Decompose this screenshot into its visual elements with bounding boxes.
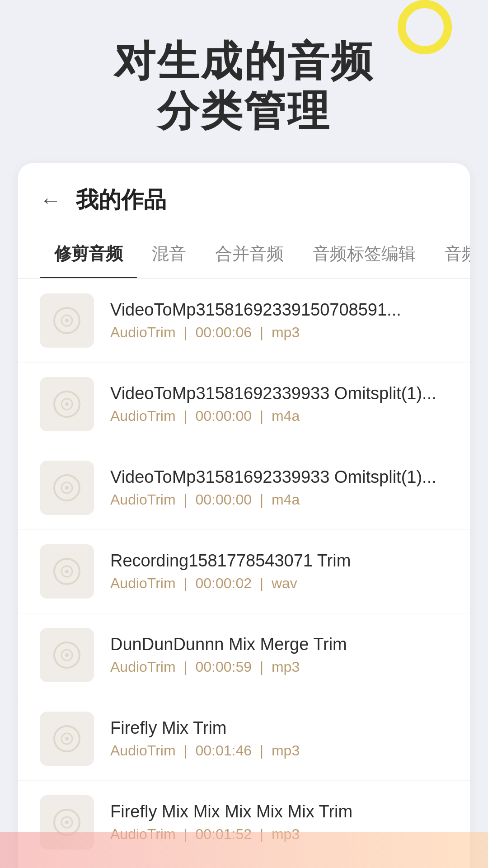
list-item[interactable]: DunDunDunnn Mix Merge Trim AudioTrim | 0… bbox=[18, 613, 470, 697]
item-meta-3: AudioTrim | 00:00:02 | wav bbox=[110, 575, 448, 592]
tab-mix[interactable]: 混音 bbox=[137, 230, 201, 278]
list-item[interactable]: VideoToMp31581692339933 Omitsplit(1)... … bbox=[18, 363, 470, 446]
card-header: ← 我的作品 bbox=[18, 163, 470, 230]
thumbnail-2 bbox=[40, 461, 94, 515]
music-icon bbox=[52, 557, 81, 586]
item-info-3: Recording1581778543071 Trim AudioTrim | … bbox=[110, 551, 448, 592]
headline-line1: 对生成的音频 bbox=[27, 36, 461, 86]
svg-point-17 bbox=[65, 737, 69, 741]
bottom-decoration bbox=[0, 832, 488, 868]
thumbnail-0 bbox=[40, 293, 94, 348]
svg-point-14 bbox=[65, 653, 69, 657]
svg-point-5 bbox=[65, 402, 69, 406]
music-icon bbox=[52, 473, 81, 502]
music-icon bbox=[52, 724, 81, 753]
item-title-3: Recording1581778543071 Trim bbox=[110, 551, 448, 571]
svg-point-2 bbox=[65, 319, 69, 322]
item-info-0: VideoToMp31581692339150708591... AudioTr… bbox=[110, 300, 448, 341]
item-meta-0: AudioTrim | 00:00:06 | mp3 bbox=[110, 324, 448, 341]
item-title-6: Firefly Mix Mix Mix Mix Mix Trim bbox=[110, 802, 448, 821]
thumbnail-1 bbox=[40, 377, 94, 431]
headline-line2: 分类管理 bbox=[27, 86, 461, 136]
thumbnail-3 bbox=[40, 544, 94, 599]
top-section: 对生成的音频 分类管理 bbox=[0, 0, 488, 163]
item-info-5: Firefly Mix Trim AudioTrim | 00:01:46 | … bbox=[110, 718, 448, 759]
item-title-4: DunDunDunnn Mix Merge Trim bbox=[110, 635, 448, 654]
item-info-4: DunDunDunnn Mix Merge Trim AudioTrim | 0… bbox=[110, 635, 448, 675]
thumbnail-5 bbox=[40, 712, 94, 766]
main-card: ← 我的作品 修剪音频 混音 合并音频 音频标签编辑 音频 VideoToMp3… bbox=[18, 163, 470, 868]
tab-tag[interactable]: 音频标签编辑 bbox=[298, 230, 430, 278]
page-title: 我的作品 bbox=[76, 185, 166, 215]
thumbnail-4 bbox=[40, 628, 94, 682]
music-icon bbox=[52, 306, 81, 335]
tab-merge[interactable]: 合并音频 bbox=[201, 230, 298, 278]
item-info-1: VideoToMp31581692339933 Omitsplit(1)... … bbox=[110, 384, 448, 425]
item-info-2: VideoToMp31581692339933 Omitsplit(1)... … bbox=[110, 467, 448, 508]
list-item[interactable]: VideoToMp31581692339150708591... AudioTr… bbox=[18, 279, 470, 363]
item-title-2: VideoToMp31581692339933 Omitsplit(1)... bbox=[110, 467, 448, 487]
tabs-row: 修剪音频 混音 合并音频 音频标签编辑 音频 bbox=[18, 230, 470, 279]
item-title-0: VideoToMp31581692339150708591... bbox=[110, 300, 448, 320]
headline: 对生成的音频 分类管理 bbox=[27, 36, 461, 136]
music-icon bbox=[52, 641, 81, 670]
tab-audio[interactable]: 音频 bbox=[430, 230, 470, 278]
list-item[interactable]: VideoToMp31581692339933 Omitsplit(1)... … bbox=[18, 446, 470, 530]
back-button[interactable]: ← bbox=[40, 188, 61, 212]
svg-point-8 bbox=[65, 486, 69, 490]
tab-trim[interactable]: 修剪音频 bbox=[40, 230, 137, 278]
list-item[interactable]: Firefly Mix Trim AudioTrim | 00:01:46 | … bbox=[18, 697, 470, 781]
item-meta-5: AudioTrim | 00:01:46 | mp3 bbox=[110, 742, 448, 759]
music-icon bbox=[52, 390, 81, 419]
svg-point-11 bbox=[65, 570, 69, 573]
item-meta-4: AudioTrim | 00:00:59 | mp3 bbox=[110, 659, 448, 675]
item-title-5: Firefly Mix Trim bbox=[110, 718, 448, 738]
item-meta-2: AudioTrim | 00:00:00 | m4a bbox=[110, 491, 448, 508]
svg-point-20 bbox=[65, 821, 69, 824]
item-title-1: VideoToMp31581692339933 Omitsplit(1)... bbox=[110, 384, 448, 403]
list-item[interactable]: Recording1581778543071 Trim AudioTrim | … bbox=[18, 530, 470, 613]
item-meta-1: AudioTrim | 00:00:00 | m4a bbox=[110, 408, 448, 425]
audio-list: VideoToMp31581692339150708591... AudioTr… bbox=[18, 279, 470, 868]
